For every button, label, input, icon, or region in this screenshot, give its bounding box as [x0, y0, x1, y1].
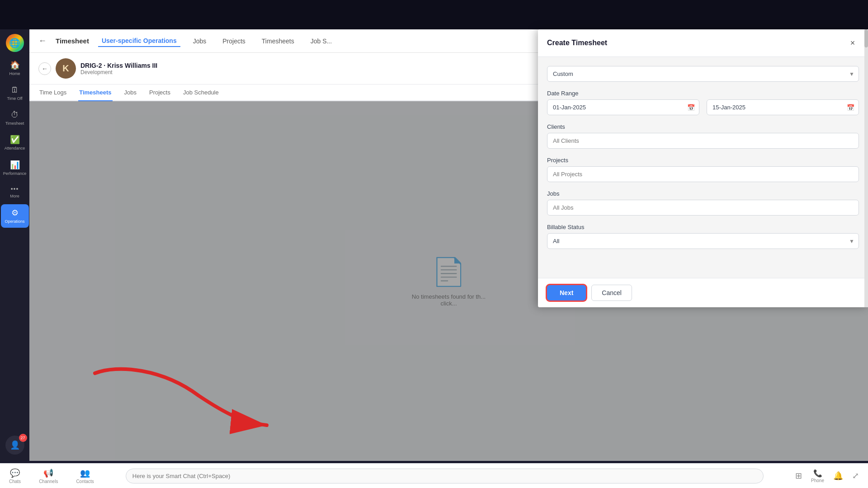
- nav-item-projects[interactable]: Projects: [219, 36, 249, 47]
- date-range-label: Date Range: [547, 90, 859, 97]
- clients-input[interactable]: [547, 133, 859, 149]
- next-button[interactable]: Next: [547, 285, 586, 300]
- bottom-bar: 💬 Chats 📢 Channels 👥 Contacts ⊞ 📞 Phone …: [0, 463, 868, 488]
- home-icon: 🏠: [10, 60, 20, 70]
- channels-icon: 📢: [43, 468, 53, 478]
- sidebar-item-more[interactable]: ••• More: [1, 182, 29, 202]
- app-logo[interactable]: 🌐: [6, 34, 24, 52]
- performance-icon: 📊: [10, 160, 20, 170]
- jobs-input[interactable]: [547, 200, 859, 216]
- type-select-wrapper: Custom Weekly Bi-Weekly Monthly ▼: [547, 66, 859, 82]
- nav-item-user-ops[interactable]: User-specific Operations: [98, 35, 180, 47]
- start-date-input[interactable]: [547, 99, 699, 115]
- nav-item-jobs[interactable]: Jobs: [189, 36, 210, 47]
- phone-button[interactable]: 📞 Phone: [811, 469, 824, 483]
- employee-avatar: K: [56, 58, 76, 79]
- billable-select[interactable]: All Billable Non-Billable: [547, 233, 859, 249]
- end-date-input[interactable]: [707, 99, 859, 115]
- clients-label: Clients: [547, 123, 859, 130]
- billable-label: Billable Status: [547, 224, 859, 230]
- sub-nav-timesheets[interactable]: Timesheets: [78, 84, 112, 101]
- jobs-label: Jobs: [547, 190, 859, 197]
- timesheet-icon: ⏱: [11, 110, 19, 120]
- modal-close-button[interactable]: ×: [846, 37, 859, 49]
- bottom-right-icons: ⊞ 📞 Phone 🔔 ⤢: [795, 469, 859, 483]
- sidebar-item-timeoff[interactable]: 🗓 Time Off: [1, 82, 29, 105]
- bottom-item-chats[interactable]: 💬 Chats: [9, 468, 21, 484]
- employee-info: DRIG-2 · Kriss Williams III Development: [80, 62, 157, 75]
- modal-title: Create Timesheet: [547, 39, 607, 47]
- bottom-item-channels[interactable]: 📢 Channels: [39, 468, 58, 484]
- sidebar-label-operations: Operations: [5, 219, 24, 224]
- notification-wrapper: 👤 27: [5, 436, 24, 455]
- sidebar-item-operations[interactable]: ⚙ Operations: [1, 204, 29, 228]
- smart-chat-input[interactable]: [126, 469, 764, 483]
- sub-nav-timelogs[interactable]: Time Logs: [38, 84, 67, 101]
- back-button[interactable]: ←: [38, 36, 47, 46]
- sidebar: 🌐 🏠 Home 🗓 Time Off ⏱ Timesheet ✅ Attend…: [0, 29, 29, 461]
- bell-icon[interactable]: 🔔: [833, 471, 843, 481]
- top-bar: [0, 0, 868, 29]
- bottom-item-contacts[interactable]: 👥 Contacts: [76, 468, 94, 484]
- date-range-row: Date Range 📅 📅: [547, 90, 859, 115]
- operations-icon: ⚙: [11, 208, 19, 218]
- notification-badge: 27: [19, 434, 27, 442]
- sidebar-item-attendance[interactable]: ✅ Attendance: [1, 131, 29, 155]
- modal-scrollbar[interactable]: [864, 29, 868, 307]
- date-inputs: 📅 📅: [547, 99, 859, 115]
- billable-form-row: Billable Status All Billable Non-Billabl…: [547, 224, 859, 249]
- employee-back-button[interactable]: ←: [38, 62, 51, 75]
- employee-dept: Development: [80, 69, 157, 75]
- phone-icon: 📞: [813, 469, 822, 478]
- nav-item-jobs2[interactable]: Job S...: [307, 36, 335, 47]
- type-form-row: Custom Weekly Bi-Weekly Monthly ▼: [547, 66, 859, 82]
- sidebar-label-more: More: [10, 194, 19, 199]
- sidebar-label-timesheet: Timesheet: [5, 121, 24, 126]
- jobs-form-row: Jobs: [547, 190, 859, 216]
- billable-select-wrapper: All Billable Non-Billable ▼: [547, 233, 859, 249]
- attendance-icon: ✅: [10, 135, 20, 145]
- end-date-wrap: 📅: [707, 99, 859, 115]
- phone-label: Phone: [811, 478, 824, 483]
- sidebar-label-timeoff: Time Off: [7, 96, 22, 101]
- modal-body: Custom Weekly Bi-Weekly Monthly ▼ Date R…: [538, 57, 868, 278]
- modal-footer: Next Cancel: [538, 278, 868, 307]
- create-timesheet-modal: Create Timesheet × Custom Weekly Bi-Week…: [538, 29, 868, 307]
- sidebar-item-home[interactable]: 🏠 Home: [1, 56, 29, 80]
- chats-icon: 💬: [10, 468, 20, 478]
- clients-form-row: Clients: [547, 123, 859, 149]
- sidebar-item-performance[interactable]: 📊 Performance: [1, 156, 29, 180]
- chats-label: Chats: [9, 479, 21, 484]
- modal-scroll-thumb: [864, 29, 868, 47]
- smart-chat: [126, 469, 764, 483]
- contacts-label: Contacts: [76, 479, 94, 484]
- sub-nav-projects[interactable]: Projects: [148, 84, 171, 101]
- channels-label: Channels: [39, 479, 58, 484]
- sidebar-label-performance: Performance: [3, 171, 27, 176]
- nav-item-timesheets[interactable]: Timesheets: [258, 36, 298, 47]
- contacts-icon: 👥: [80, 468, 90, 478]
- projects-form-row: Projects: [547, 157, 859, 182]
- sidebar-item-timesheet[interactable]: ⏱ Timesheet: [1, 107, 29, 130]
- projects-input[interactable]: [547, 166, 859, 182]
- grid-icon[interactable]: ⊞: [795, 471, 802, 481]
- sub-nav-jobs[interactable]: Jobs: [123, 84, 137, 101]
- projects-label: Projects: [547, 157, 859, 164]
- type-select[interactable]: Custom Weekly Bi-Weekly Monthly: [547, 66, 859, 82]
- start-date-wrap: 📅: [547, 99, 699, 115]
- sidebar-label-attendance: Attendance: [5, 146, 25, 151]
- sub-nav-jobschedule[interactable]: Job Schedule: [182, 84, 220, 101]
- page-title: Timesheet: [56, 37, 89, 45]
- employee-name: DRIG-2 · Kriss Williams III: [80, 62, 157, 69]
- more-icon: •••: [11, 185, 19, 192]
- sidebar-label-home: Home: [9, 71, 20, 76]
- expand-icon[interactable]: ⤢: [852, 471, 859, 481]
- modal-header: Create Timesheet ×: [538, 29, 868, 57]
- sidebar-reports-area: 👤 27: [5, 434, 24, 455]
- cancel-button[interactable]: Cancel: [591, 285, 632, 301]
- avatar-icon: 👤: [10, 440, 20, 450]
- timeoff-icon: 🗓: [11, 85, 19, 95]
